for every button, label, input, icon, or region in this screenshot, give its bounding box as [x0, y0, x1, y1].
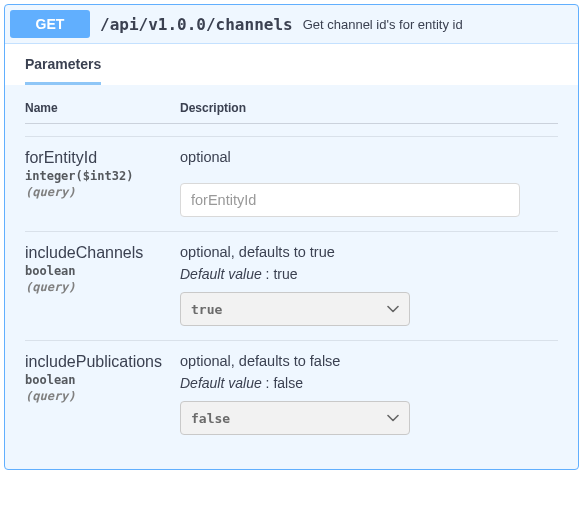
chevron-down-icon: [387, 305, 399, 313]
table-row: includeChannels boolean (query) optional…: [25, 231, 558, 340]
http-method-badge: GET: [10, 10, 90, 38]
section-header: Parameters: [5, 44, 578, 85]
select-value: false: [191, 411, 230, 426]
param-select-includepublications[interactable]: false: [180, 401, 410, 435]
param-input-forentityid[interactable]: [180, 183, 520, 217]
param-default: Default value : true: [180, 266, 558, 282]
param-name: forEntityId: [25, 149, 180, 167]
param-default: Default value : false: [180, 375, 558, 391]
parameters-table: Name Description forEntityId integer($in…: [5, 85, 578, 469]
endpoint-description: Get channel id's for entity id: [303, 17, 463, 32]
param-in: (query): [25, 389, 180, 403]
param-description: optional, defaults to false: [180, 353, 558, 369]
param-type: integer($int32): [25, 169, 180, 183]
param-name: includeChannels: [25, 244, 180, 262]
endpoint-path: /api/v1.0.0/channels: [100, 15, 293, 34]
param-select-includechannels[interactable]: true: [180, 292, 410, 326]
param-type: boolean: [25, 264, 180, 278]
tab-parameters[interactable]: Parameters: [25, 44, 101, 85]
col-header-description: Description: [180, 101, 558, 115]
operation-block: GET /api/v1.0.0/channels Get channel id'…: [4, 4, 579, 470]
param-name: includePublications: [25, 353, 180, 371]
param-type: boolean: [25, 373, 180, 387]
param-in: (query): [25, 185, 180, 199]
table-row: forEntityId integer($int32) (query) opti…: [25, 136, 558, 231]
col-header-name: Name: [25, 101, 180, 115]
param-description: optional, defaults to true: [180, 244, 558, 260]
table-header-row: Name Description: [25, 101, 558, 124]
select-value: true: [191, 302, 222, 317]
param-description: optional: [180, 149, 558, 165]
table-row: includePublications boolean (query) opti…: [25, 340, 558, 449]
operation-summary[interactable]: GET /api/v1.0.0/channels Get channel id'…: [5, 5, 578, 44]
chevron-down-icon: [387, 414, 399, 422]
param-in: (query): [25, 280, 180, 294]
